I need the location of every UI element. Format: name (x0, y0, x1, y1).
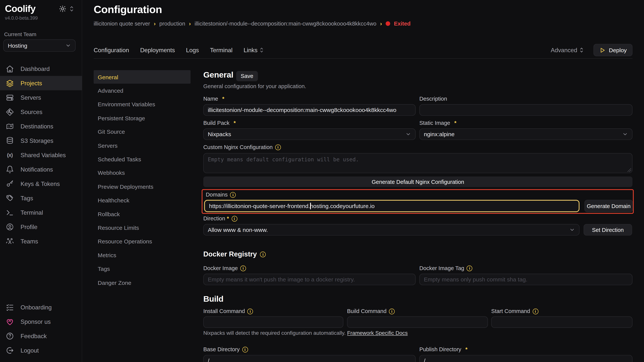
sidebar-item-label: Projects (20, 80, 42, 86)
sidebar-item-s3-storages[interactable]: S3 Storages (0, 133, 82, 148)
sidebar-item-dashboard[interactable]: Dashboard (0, 61, 82, 76)
subnav-preview-deployments[interactable]: Preview Deployments (94, 180, 191, 193)
user-circle-icon (6, 223, 14, 231)
sidebar-item-logout[interactable]: Logout (0, 343, 82, 358)
advanced-label: Advanced (551, 47, 577, 53)
publish-directory-input[interactable] (419, 355, 632, 362)
info-icon[interactable] (389, 308, 395, 314)
subnav-persistent-storage[interactable]: Persistent Storage (94, 111, 191, 125)
chevron-updown-icon[interactable] (70, 6, 74, 12)
map-icon (6, 122, 14, 130)
info-icon[interactable] (240, 265, 246, 271)
breadcrumb-application[interactable]: illicitestonion/-module--decomposition:m… (194, 20, 376, 26)
subnav-webhooks[interactable]: Webhooks (94, 166, 191, 180)
sidebar-item-teams[interactable]: Teams (0, 234, 82, 248)
breadcrumb-environment[interactable]: production (160, 20, 185, 26)
install-command-input[interactable] (203, 317, 344, 328)
sidebar-footer: Onboarding Sponsor us Feedback Logout (0, 300, 82, 358)
breadcrumb-project[interactable]: illicitonion quote server (94, 20, 150, 26)
subnav-resource-operations[interactable]: Resource Operations (94, 235, 191, 248)
subnav-advanced[interactable]: Advanced (94, 84, 191, 97)
domains-input[interactable] (204, 200, 580, 212)
deploy-button[interactable]: Deploy (594, 44, 632, 56)
docker-image-tag-input[interactable] (419, 274, 632, 285)
save-button[interactable]: Save (236, 71, 258, 81)
tab-deployments[interactable]: Deployments (140, 47, 175, 53)
subnav-danger-zone[interactable]: Danger Zone (94, 276, 191, 289)
resize-handle[interactable] (628, 168, 631, 172)
chevron-down-icon (405, 131, 411, 137)
generate-nginx-button[interactable]: Generate Default Nginx Configuration (203, 176, 632, 187)
subnav-scheduled-tasks[interactable]: Scheduled Tasks (94, 152, 191, 166)
info-icon[interactable] (230, 192, 236, 197)
theme-toggle[interactable] (59, 5, 74, 12)
nginx-config-textarea[interactable] (203, 153, 632, 173)
generate-domain-button[interactable]: Generate Domain (584, 200, 633, 212)
sidebar-item-profile[interactable]: Profile (0, 220, 82, 234)
sidebar-item-servers[interactable]: Servers (0, 90, 82, 105)
subnav-git-source[interactable]: Git Source (94, 125, 191, 139)
git-source-icon (6, 108, 14, 116)
set-direction-button[interactable]: Set Direction (584, 224, 632, 236)
info-icon[interactable] (275, 144, 281, 150)
subnav-rollback[interactable]: Rollback (94, 207, 191, 221)
subnav-resource-limits[interactable]: Resource Limits (94, 221, 191, 235)
build-command-input[interactable] (347, 317, 488, 328)
tab-terminal[interactable]: Terminal (210, 47, 232, 53)
build-command-label: Build Command (347, 308, 488, 314)
config-subnav: General Advanced Environment Variables P… (94, 70, 191, 289)
sidebar: Coolify v4.0.0-beta.399 Current Team Hos… (0, 0, 82, 362)
info-icon[interactable] (467, 265, 472, 271)
sidebar-item-sponsor[interactable]: Sponsor us (0, 314, 82, 329)
tab-links[interactable]: Links (244, 47, 264, 53)
tab-logs[interactable]: Logs (186, 47, 199, 53)
start-command-input[interactable] (491, 317, 632, 328)
direction-label-text: Direction (203, 215, 229, 222)
sidebar-item-terminal[interactable]: Terminal (0, 205, 82, 220)
direction-select[interactable]: Allow www & non-www. (203, 224, 580, 236)
docker-image-input[interactable] (203, 274, 416, 285)
info-icon[interactable] (242, 347, 248, 352)
tab-configuration[interactable]: Configuration (94, 47, 129, 53)
subnav-environment-variables[interactable]: Environment Variables (94, 98, 191, 111)
sidebar-item-projects[interactable]: Projects (0, 76, 82, 90)
subnav-servers[interactable]: Servers (94, 139, 191, 152)
base-directory-input[interactable] (203, 355, 416, 362)
info-icon[interactable] (232, 216, 237, 221)
current-team-label: Current Team (4, 31, 36, 37)
chevron-down-icon (569, 227, 575, 233)
static-image-select[interactable]: nginx:alpine (419, 128, 632, 140)
subnav-tags[interactable]: Tags (94, 262, 191, 276)
sidebar-item-sources[interactable]: Sources (0, 105, 82, 119)
name-input[interactable] (203, 104, 416, 116)
info-icon[interactable] (248, 308, 253, 314)
sidebar-item-label: Notifications (20, 166, 53, 173)
info-icon[interactable] (532, 308, 538, 314)
advanced-dropdown[interactable]: Advanced (551, 47, 584, 53)
sun-icon[interactable] (59, 5, 66, 12)
build-pack-select[interactable]: Nixpacks (203, 128, 416, 140)
static-image-label: Static Image (419, 120, 632, 126)
sidebar-item-keys-tokens[interactable]: Keys & Tokens (0, 176, 82, 191)
sidebar-item-label: Destinations (20, 123, 53, 130)
layers-icon (6, 79, 14, 87)
sidebar-item-label: Profile (20, 223, 37, 230)
sidebar-item-shared-variables[interactable]: Shared Variables (0, 148, 82, 162)
subnav-general[interactable]: General (94, 70, 191, 84)
framework-docs-link[interactable]: Framework Specific Docs (347, 330, 408, 336)
server-icon (6, 93, 14, 102)
database-icon (6, 136, 14, 144)
info-icon[interactable] (260, 252, 266, 257)
sidebar-item-feedback[interactable]: Feedback (0, 329, 82, 343)
sidebar-item-notifications[interactable]: Notifications (0, 162, 82, 176)
sidebar-item-tags[interactable]: Tags (0, 191, 82, 205)
chevron-down-icon (65, 43, 71, 48)
team-select[interactable]: Hosting (3, 39, 76, 52)
description-input[interactable] (419, 104, 632, 116)
subnav-healthcheck[interactable]: Healthcheck (94, 193, 191, 207)
build-pack-label: Build Pack (203, 120, 416, 126)
subnav-metrics[interactable]: Metrics (94, 248, 191, 262)
sidebar-item-label: Sources (20, 109, 42, 115)
sidebar-item-onboarding[interactable]: Onboarding (0, 300, 82, 314)
sidebar-item-destinations[interactable]: Destinations (0, 119, 82, 133)
